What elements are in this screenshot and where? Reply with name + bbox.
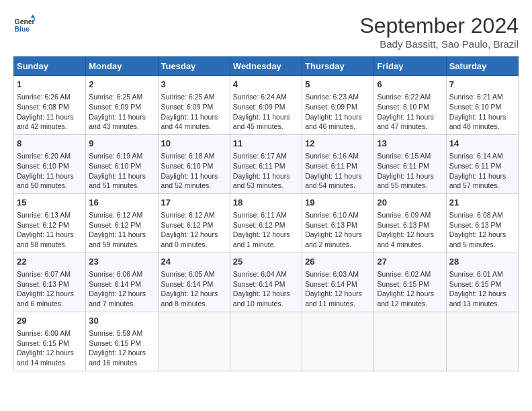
day-info-line: and 45 minutes. xyxy=(233,122,299,132)
calendar-cell xyxy=(374,312,446,371)
day-info-line: and 13 minutes. xyxy=(449,299,515,309)
day-info-line: Sunrise: 6:08 AM xyxy=(449,210,515,220)
day-info-line: Daylight: 11 hours xyxy=(233,112,299,122)
day-info-line: Sunrise: 6:23 AM xyxy=(305,92,371,102)
calendar-cell: 11Sunrise: 6:17 AMSunset: 6:11 PMDayligh… xyxy=(230,134,302,193)
calendar-cell: 26Sunrise: 6:03 AMSunset: 6:14 PMDayligh… xyxy=(302,253,374,312)
day-number: 13 xyxy=(377,138,443,150)
day-info-line: and 50 minutes. xyxy=(17,181,83,191)
day-info-line: Sunrise: 6:22 AM xyxy=(377,92,443,102)
day-info-line: Sunset: 6:15 PM xyxy=(89,338,154,349)
day-info-line: and 46 minutes. xyxy=(305,122,371,132)
calendar-cell: 23Sunrise: 6:06 AMSunset: 6:14 PMDayligh… xyxy=(86,253,158,312)
day-info-line: and 10 minutes. xyxy=(233,299,299,309)
day-info-line: Sunrise: 6:07 AM xyxy=(17,269,83,279)
calendar-table: SundayMondayTuesdayWednesdayThursdayFrid… xyxy=(13,56,519,371)
day-info-line: Sunset: 6:10 PM xyxy=(377,102,443,112)
calendar-cell: 9Sunrise: 6:19 AMSunset: 6:10 PMDaylight… xyxy=(86,134,158,193)
calendar-cell: 22Sunrise: 6:07 AMSunset: 6:13 PMDayligh… xyxy=(14,253,86,312)
calendar-cell: 4Sunrise: 6:24 AMSunset: 6:09 PMDaylight… xyxy=(230,76,302,135)
week-row-3: 15Sunrise: 6:13 AMSunset: 6:12 PMDayligh… xyxy=(14,193,519,253)
day-info-line: Daylight: 11 hours xyxy=(161,171,227,181)
day-info-line: Sunrise: 6:15 AM xyxy=(377,151,443,161)
day-info-line: Sunset: 6:08 PM xyxy=(17,102,83,112)
day-number: 21 xyxy=(449,197,515,209)
weekday-thursday: Thursday xyxy=(302,57,374,76)
day-info-line: Sunset: 6:11 PM xyxy=(377,161,443,171)
day-info-line: Sunset: 6:12 PM xyxy=(161,220,227,230)
day-info-line: Daylight: 12 hours xyxy=(305,230,371,240)
day-info-line: Sunrise: 6:12 AM xyxy=(89,210,154,220)
page-title: September 2024 xyxy=(359,13,519,38)
day-info-line: Sunrise: 6:02 AM xyxy=(377,269,443,279)
weekday-tuesday: Tuesday xyxy=(158,57,230,76)
day-info-line: and 16 minutes. xyxy=(89,358,154,368)
day-number: 27 xyxy=(377,256,443,268)
calendar-cell: 5Sunrise: 6:23 AMSunset: 6:09 PMDaylight… xyxy=(302,76,374,135)
calendar-cell xyxy=(158,312,230,371)
day-number: 19 xyxy=(305,197,371,209)
day-info-line: Daylight: 12 hours xyxy=(89,348,154,358)
day-info-line: Daylight: 12 hours xyxy=(449,289,515,299)
calendar-cell: 21Sunrise: 6:08 AMSunset: 6:13 PMDayligh… xyxy=(446,193,518,253)
logo-icon: General Blue xyxy=(13,13,35,35)
logo: General Blue xyxy=(13,13,35,35)
day-info-line: Daylight: 12 hours xyxy=(233,230,299,240)
day-info-line: Sunrise: 6:03 AM xyxy=(305,269,371,279)
day-info-line: and 53 minutes. xyxy=(233,181,299,191)
day-info-line: Daylight: 11 hours xyxy=(17,112,83,122)
day-info-line: and 12 minutes. xyxy=(377,299,443,309)
day-info-line: Sunset: 6:12 PM xyxy=(89,220,154,230)
day-info-line: and 1 minute. xyxy=(233,240,299,250)
day-info-line: Daylight: 11 hours xyxy=(89,112,154,122)
day-info-line: Sunrise: 6:24 AM xyxy=(233,92,299,102)
day-info-line: Daylight: 11 hours xyxy=(89,230,154,240)
day-info-line: Daylight: 12 hours xyxy=(161,289,227,299)
calendar-cell: 16Sunrise: 6:12 AMSunset: 6:12 PMDayligh… xyxy=(86,193,158,253)
day-info-line: Sunset: 6:12 PM xyxy=(17,220,83,230)
day-info-line: and 59 minutes. xyxy=(89,240,154,250)
calendar-body: 1Sunrise: 6:26 AMSunset: 6:08 PMDaylight… xyxy=(14,76,519,371)
day-info-line: and 51 minutes. xyxy=(89,181,154,191)
week-row-4: 22Sunrise: 6:07 AMSunset: 6:13 PMDayligh… xyxy=(14,253,519,312)
day-number: 28 xyxy=(449,256,515,268)
day-number: 30 xyxy=(89,315,154,327)
day-info-line: and 7 minutes. xyxy=(89,299,154,309)
day-info-line: Sunset: 6:14 PM xyxy=(89,279,154,289)
day-info-line: Daylight: 11 hours xyxy=(377,112,443,122)
day-info-line: Sunset: 6:10 PM xyxy=(161,161,227,171)
day-number: 22 xyxy=(17,256,83,268)
day-info-line: Sunrise: 6:05 AM xyxy=(161,269,227,279)
day-info-line: Daylight: 11 hours xyxy=(449,112,515,122)
calendar-cell: 12Sunrise: 6:16 AMSunset: 6:11 PMDayligh… xyxy=(302,134,374,193)
day-info-line: Sunset: 6:10 PM xyxy=(89,161,154,171)
svg-text:Blue: Blue xyxy=(15,26,30,33)
day-number: 26 xyxy=(305,256,371,268)
day-info-line: Sunset: 6:09 PM xyxy=(305,102,371,112)
day-number: 15 xyxy=(17,197,83,209)
day-info-line: and 55 minutes. xyxy=(377,181,443,191)
day-info-line: and 48 minutes. xyxy=(449,122,515,132)
day-info-line: and 14 minutes. xyxy=(17,358,83,368)
day-info-line: Daylight: 11 hours xyxy=(233,171,299,181)
day-number: 29 xyxy=(17,315,83,327)
day-number: 6 xyxy=(377,79,443,91)
day-info-line: Daylight: 12 hours xyxy=(17,348,83,358)
day-info-line: and 47 minutes. xyxy=(377,122,443,132)
calendar-cell: 20Sunrise: 6:09 AMSunset: 6:13 PMDayligh… xyxy=(374,193,446,253)
day-info-line: Sunrise: 5:59 AM xyxy=(89,328,154,338)
weekday-sunday: Sunday xyxy=(14,57,86,76)
weekday-monday: Monday xyxy=(86,57,158,76)
day-info-line: Sunset: 6:15 PM xyxy=(377,279,443,289)
day-info-line: Sunset: 6:15 PM xyxy=(17,338,83,349)
day-info-line: Sunrise: 6:00 AM xyxy=(17,328,83,338)
week-row-5: 29Sunrise: 6:00 AMSunset: 6:15 PMDayligh… xyxy=(14,312,519,371)
calendar-cell: 30Sunrise: 5:59 AMSunset: 6:15 PMDayligh… xyxy=(86,312,158,371)
calendar-cell: 18Sunrise: 6:11 AMSunset: 6:12 PMDayligh… xyxy=(230,193,302,253)
day-info-line: Sunrise: 6:25 AM xyxy=(161,92,227,102)
day-info-line: Sunrise: 6:06 AM xyxy=(89,269,154,279)
day-info-line: and 54 minutes. xyxy=(305,181,371,191)
day-info-line: Sunrise: 6:12 AM xyxy=(161,210,227,220)
weekday-header-row: SundayMondayTuesdayWednesdayThursdayFrid… xyxy=(14,57,519,76)
day-info-line: Daylight: 11 hours xyxy=(89,171,154,181)
